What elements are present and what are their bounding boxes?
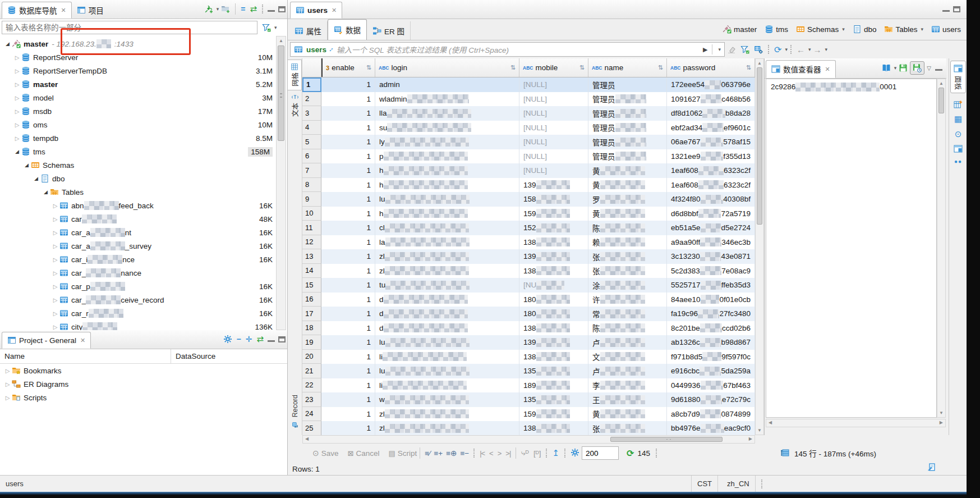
row-number-cell[interactable]: 4 bbox=[302, 121, 321, 135]
cell-password[interactable]: a8cb7d90874899 bbox=[667, 407, 755, 422]
new-folder-icon[interactable] bbox=[219, 2, 232, 16]
cell-name[interactable]: 黄 bbox=[588, 207, 667, 221]
table-row[interactable]: 181d138陈8c201beccd02b6 bbox=[302, 321, 755, 336]
export-icon[interactable]: ↥ bbox=[552, 448, 559, 458]
cell-enable[interactable]: 1 bbox=[321, 335, 375, 350]
collapsed-icon[interactable]: ▷ bbox=[51, 270, 59, 276]
row-number-cell[interactable]: 21 bbox=[302, 364, 321, 378]
auto-save-value-icon[interactable] bbox=[910, 61, 924, 75]
toolbar-gear-icon[interactable] bbox=[570, 448, 579, 459]
row-number-cell[interactable]: 6 bbox=[302, 149, 321, 164]
save-button[interactable]: ⊙Save bbox=[312, 449, 339, 458]
expanded-icon[interactable]: ◢ bbox=[32, 176, 40, 181]
tree-item[interactable]: ◢Tables bbox=[0, 185, 287, 199]
close-icon[interactable]: ✕ bbox=[80, 337, 85, 344]
cell-name[interactable]: 张 bbox=[588, 249, 667, 264]
cell-name[interactable]: 文 bbox=[588, 350, 667, 364]
collapse-all-icon[interactable]: = bbox=[238, 2, 247, 16]
statusbar-timezone[interactable]: CST bbox=[691, 476, 718, 492]
tree-scrollbar[interactable]: ▲ bbox=[276, 36, 286, 330]
row-number-cell[interactable]: 23 bbox=[302, 392, 321, 407]
tree-item[interactable]: ◢tms158M bbox=[0, 145, 287, 158]
project-item[interactable]: ▷ER Diagrams bbox=[0, 377, 287, 391]
tree-item[interactable]: ▷model3M bbox=[0, 91, 287, 104]
collapsed-icon[interactable]: ▷ bbox=[13, 135, 21, 141]
tree-item[interactable]: ▷car_a_survey16K bbox=[0, 239, 287, 253]
table-row[interactable]: 131zl139张3c1323043e0871 bbox=[302, 249, 755, 264]
table-row[interactable]: 171d180常fa19c9627fc3480 bbox=[302, 307, 755, 321]
cell-mobile[interactable]: [NULL] bbox=[519, 121, 588, 135]
add-row-icon[interactable]: ≡+ bbox=[434, 449, 443, 458]
table-row[interactable]: 11admin[NULL]管理员172eee54063796e bbox=[302, 77, 755, 92]
cell-login[interactable]: d bbox=[375, 321, 519, 336]
tab-users-editor[interactable]: users ✕ bbox=[290, 2, 342, 19]
tab-value-viewer[interactable]: 数值查看器 ✕ bbox=[766, 60, 836, 78]
breadcrumb-item-master[interactable]: master bbox=[723, 25, 757, 34]
cell-login[interactable]: h bbox=[375, 178, 519, 193]
tab-database-navigator[interactable]: 数据库导航 ✕ bbox=[2, 2, 72, 19]
breadcrumb-item-tms[interactable]: tms bbox=[765, 25, 788, 34]
tree-item[interactable]: ◢master- 192.168.23.:1433 bbox=[0, 37, 287, 51]
cell-enable[interactable]: 1 bbox=[321, 221, 375, 235]
collapsed-icon[interactable]: ▷ bbox=[3, 368, 12, 374]
cell-enable[interactable]: 1 bbox=[321, 293, 375, 307]
cell-name[interactable]: 王 bbox=[588, 392, 667, 407]
table-row[interactable]: 141zl138张5c2d3837e08ac9 bbox=[302, 264, 755, 278]
cell-name[interactable]: 陈 bbox=[588, 221, 667, 235]
cell-password[interactable]: 1eaf6086323c2f bbox=[667, 163, 755, 178]
cell-name[interactable]: 陈 bbox=[588, 321, 667, 336]
cell-password[interactable]: 1321ee9f355d13 bbox=[667, 149, 755, 164]
table-filter-input[interactable] bbox=[2, 21, 257, 34]
filter-funnel-icon[interactable] bbox=[260, 21, 273, 34]
collapsed-icon[interactable]: ▷ bbox=[13, 68, 21, 74]
filter-history-dropdown-icon[interactable]: ▾ bbox=[718, 47, 721, 52]
cell-name[interactable]: 黄 bbox=[588, 178, 667, 193]
cell-name[interactable]: 卢 bbox=[588, 364, 667, 378]
cell-password[interactable]: fa19c9627fc3480 bbox=[667, 307, 755, 321]
grid-vscrollbar[interactable]: ▲ ▼ bbox=[755, 58, 764, 435]
cell-mobile[interactable]: 152 bbox=[519, 221, 588, 235]
row-number-cell[interactable]: 9 bbox=[302, 192, 321, 207]
value-vscrollbar[interactable]: ▲ ▼ bbox=[937, 79, 946, 418]
duplicate-row-icon[interactable]: ≡⊕ bbox=[446, 449, 457, 458]
cell-login[interactable]: zl bbox=[375, 407, 519, 422]
breadcrumb-item-users[interactable]: users bbox=[931, 25, 961, 34]
next-row-icon[interactable]: > bbox=[495, 449, 504, 458]
cell-enable[interactable]: 1 bbox=[321, 264, 375, 278]
last-row-icon[interactable]: >| bbox=[503, 449, 513, 458]
table-row[interactable]: 101h159黄d6d8bbf72a5719 bbox=[302, 207, 755, 221]
cell-mobile[interactable]: [NU bbox=[519, 278, 588, 293]
tree-item[interactable]: ▷ReportServer10M bbox=[0, 51, 287, 64]
tree-item[interactable]: ▷car_ceive_record16K bbox=[0, 293, 287, 307]
tab-属性[interactable]: 属性 bbox=[289, 21, 328, 40]
cell-enable[interactable]: 1 bbox=[321, 350, 375, 364]
collapsed-icon[interactable]: ▷ bbox=[13, 108, 21, 115]
cell-mobile[interactable]: 138 bbox=[519, 235, 588, 250]
open-in-editor-icon[interactable] bbox=[880, 61, 893, 75]
collapsed-icon[interactable]: ▷ bbox=[51, 324, 59, 330]
cell-mobile[interactable]: 138 bbox=[519, 321, 588, 336]
tree-item[interactable]: ▷tempdb8.5M bbox=[0, 131, 287, 145]
cell-enable[interactable]: 1 bbox=[321, 121, 375, 135]
cell-password[interactable]: ab1326cb98d867 bbox=[667, 335, 755, 350]
row-number-cell[interactable]: 14 bbox=[302, 264, 321, 278]
cell-name[interactable]: 张 bbox=[588, 264, 667, 278]
close-icon[interactable]: ✕ bbox=[332, 7, 337, 14]
cell-password[interactable]: df8d1062b8da28 bbox=[667, 106, 755, 121]
table-row[interactable]: 21wladmin[NULL]管理员1091627c468b56 bbox=[302, 92, 755, 107]
tab-projects[interactable]: 项目 bbox=[72, 2, 109, 19]
expanded-icon[interactable]: ◢ bbox=[22, 162, 31, 168]
fetch-size-input[interactable] bbox=[582, 446, 619, 460]
references-icon[interactable]: ⊙ bbox=[955, 129, 962, 139]
close-icon[interactable]: ✕ bbox=[825, 66, 830, 73]
table-row[interactable]: 61p[NULL]管理员1321ee9f355d13 bbox=[302, 149, 755, 164]
tree-item[interactable]: ▷car_ant16K bbox=[0, 226, 287, 239]
collapsed-icon[interactable]: ▷ bbox=[51, 243, 59, 249]
maximize-editor-icon[interactable] bbox=[953, 6, 960, 12]
expanded-icon[interactable]: ◢ bbox=[13, 149, 21, 154]
forward-arrow-icon[interactable]: → bbox=[811, 43, 823, 56]
settings-gear-icon[interactable] bbox=[221, 332, 234, 346]
tab-project-general[interactable]: Project - General ✕ bbox=[2, 332, 91, 349]
cell-login[interactable]: h bbox=[375, 163, 519, 178]
new-connection-icon[interactable] bbox=[202, 2, 215, 16]
